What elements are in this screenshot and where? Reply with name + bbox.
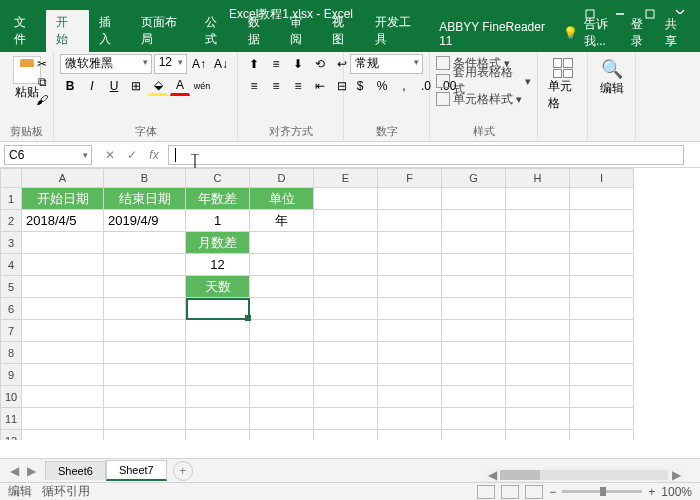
row-header-3[interactable]: 3 [0, 232, 22, 254]
cell-I3[interactable] [570, 232, 634, 254]
cell-G5[interactable] [442, 276, 506, 298]
cell-B2[interactable]: 2019/4/9 [104, 210, 186, 232]
tab-dev[interactable]: 开发工具 [365, 10, 430, 52]
cell-D5[interactable] [250, 276, 314, 298]
name-box[interactable]: C6 [4, 145, 92, 165]
cell-H12[interactable] [506, 430, 570, 440]
row-header-5[interactable]: 5 [0, 276, 22, 298]
cell-A6[interactable] [22, 298, 104, 320]
share-button[interactable]: 共享 [659, 14, 692, 52]
cell-I7[interactable] [570, 320, 634, 342]
add-sheet-button[interactable]: + [173, 461, 193, 481]
tab-view[interactable]: 视图 [322, 10, 364, 52]
row-header-7[interactable]: 7 [0, 320, 22, 342]
cell-F3[interactable] [378, 232, 442, 254]
cell-A1[interactable]: 开始日期 [22, 188, 104, 210]
cell-B4[interactable] [104, 254, 186, 276]
cell-F2[interactable] [378, 210, 442, 232]
cancel-formula-icon[interactable]: ✕ [100, 145, 120, 165]
cell-C12[interactable] [186, 430, 250, 440]
cell-G1[interactable] [442, 188, 506, 210]
scroll-track[interactable] [500, 470, 668, 480]
cell-E5[interactable] [314, 276, 378, 298]
cell-D10[interactable] [250, 386, 314, 408]
cell-D11[interactable] [250, 408, 314, 430]
align-top-icon[interactable]: ⬆ [244, 54, 264, 74]
cell-F4[interactable] [378, 254, 442, 276]
underline-button[interactable]: U [104, 76, 124, 96]
cell-A3[interactable] [22, 232, 104, 254]
tab-review[interactable]: 审阅 [280, 10, 322, 52]
cell-A10[interactable] [22, 386, 104, 408]
cell-D7[interactable] [250, 320, 314, 342]
cell-F12[interactable] [378, 430, 442, 440]
cell-D12[interactable] [250, 430, 314, 440]
cell-F8[interactable] [378, 342, 442, 364]
view-layout-icon[interactable] [501, 485, 519, 499]
cell-I4[interactable] [570, 254, 634, 276]
cells-button[interactable]: 单元格 [544, 54, 581, 116]
cell-G8[interactable] [442, 342, 506, 364]
font-size-select[interactable]: 12 [154, 54, 187, 74]
view-break-icon[interactable] [525, 485, 543, 499]
fx-icon[interactable]: fx [144, 145, 164, 165]
cell-C3[interactable]: 月数差 [186, 232, 250, 254]
cell-E8[interactable] [314, 342, 378, 364]
cell-E1[interactable] [314, 188, 378, 210]
cell-C6[interactable] [186, 298, 250, 320]
fill-color-button[interactable]: ⬙ [148, 76, 168, 96]
cell-D8[interactable] [250, 342, 314, 364]
col-header-A[interactable]: A [22, 168, 104, 188]
horizontal-scrollbar[interactable]: ◀ ▶ [484, 468, 684, 482]
cell-G12[interactable] [442, 430, 506, 440]
cell-D1[interactable]: 单位 [250, 188, 314, 210]
tab-formula[interactable]: 公式 [195, 10, 237, 52]
font-color-button[interactable]: A [170, 76, 190, 96]
tab-file[interactable]: 文件 [4, 10, 46, 52]
cell-I6[interactable] [570, 298, 634, 320]
cell-G7[interactable] [442, 320, 506, 342]
cell-A8[interactable] [22, 342, 104, 364]
col-header-I[interactable]: I [570, 168, 634, 188]
align-left-icon[interactable]: ≡ [244, 76, 264, 96]
cell-H8[interactable] [506, 342, 570, 364]
cell-F9[interactable] [378, 364, 442, 386]
cell-B12[interactable] [104, 430, 186, 440]
cell-F10[interactable] [378, 386, 442, 408]
cell-I11[interactable] [570, 408, 634, 430]
row-header-1[interactable]: 1 [0, 188, 22, 210]
cell-F11[interactable] [378, 408, 442, 430]
cell-I5[interactable] [570, 276, 634, 298]
cell-A11[interactable] [22, 408, 104, 430]
italic-button[interactable]: I [82, 76, 102, 96]
cell-I10[interactable] [570, 386, 634, 408]
row-header-4[interactable]: 4 [0, 254, 22, 276]
cell-G4[interactable] [442, 254, 506, 276]
zoom-thumb[interactable] [600, 487, 606, 496]
tab-home[interactable]: 开始 [46, 10, 88, 52]
cell-C1[interactable]: 年数差 [186, 188, 250, 210]
cell-C8[interactable] [186, 342, 250, 364]
cell-G2[interactable] [442, 210, 506, 232]
cell-C5[interactable]: 天数 [186, 276, 250, 298]
row-header-11[interactable]: 11 [0, 408, 22, 430]
cell-C7[interactable] [186, 320, 250, 342]
cell-H6[interactable] [506, 298, 570, 320]
copy-icon[interactable]: ⧉ [33, 74, 51, 90]
cell-B3[interactable] [104, 232, 186, 254]
col-header-B[interactable]: B [104, 168, 186, 188]
format-painter-icon[interactable]: 🖌 [33, 92, 51, 108]
phonetic-button[interactable]: wén [192, 76, 212, 96]
decrease-font-icon[interactable]: A↓ [211, 54, 231, 74]
tab-insert[interactable]: 插入 [89, 10, 131, 52]
cell-F7[interactable] [378, 320, 442, 342]
scroll-left-icon[interactable]: ◀ [484, 467, 500, 483]
select-all-corner[interactable] [0, 168, 22, 188]
cell-E11[interactable] [314, 408, 378, 430]
row-header-8[interactable]: 8 [0, 342, 22, 364]
view-normal-icon[interactable] [477, 485, 495, 499]
cell-I8[interactable] [570, 342, 634, 364]
align-center-icon[interactable]: ≡ [266, 76, 286, 96]
scroll-thumb[interactable] [500, 470, 540, 480]
number-format-select[interactable]: 常规 [350, 54, 423, 74]
